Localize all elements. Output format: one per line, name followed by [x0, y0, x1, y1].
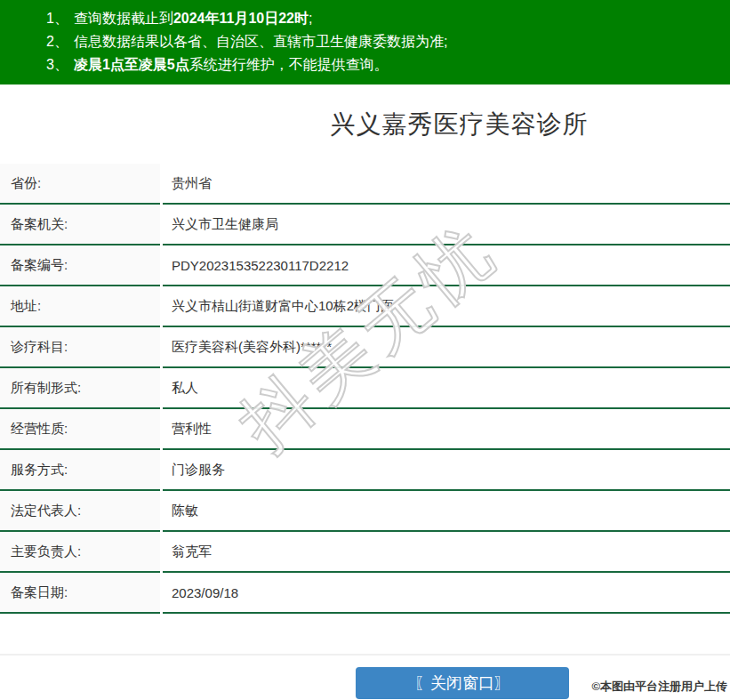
page-title: 兴义嘉秀医疗美容诊所 [331, 108, 589, 141]
table-row: 备案编号: PDY202315352230117D2212 [0, 245, 730, 286]
table-row: 法定代表人: 陈敏 [0, 491, 730, 532]
title-area: 兴义嘉秀医疗美容诊所 [0, 84, 730, 164]
close-window-button[interactable]: 〖关闭窗口〗 [356, 667, 569, 699]
notice-text-bold: 凌晨1点至凌晨5点 [74, 57, 189, 72]
table-row: 备案日期: 2023/09/18 [0, 573, 730, 614]
row-label: 法定代表人: [0, 491, 160, 532]
row-label: 诊疗科目: [0, 327, 160, 368]
row-value: 兴义市卫生健康局 [163, 205, 730, 245]
notice-line-2: 2、信息数据结果以各省、自治区、直辖市卫生健康委数据为准; [46, 30, 721, 53]
table-row: 备案机关: 兴义市卫生健康局 [0, 205, 730, 245]
notice-text: ; [309, 11, 312, 26]
row-value: 贵州省 [163, 164, 730, 205]
table-row: 诊疗科目: 医疗美容科(美容外科)****** [0, 327, 730, 368]
table-row: 经营性质: 营利性 [0, 409, 730, 450]
row-value: 门诊服务 [163, 450, 730, 491]
table-row: 所有制形式: 私人 [0, 368, 730, 409]
notice-banner: 1、查询数据截止到2024年11月10日22时; 2、信息数据结果以各省、自治区… [0, 0, 730, 84]
row-value: PDY202315352230117D2212 [163, 245, 730, 286]
table-row: 省份: 贵州省 [0, 164, 730, 205]
row-value: 兴义市桔山街道财富中心10栋2楼门面 [163, 286, 730, 327]
row-label: 地址: [0, 286, 160, 327]
notice-text: 信息数据结果以各省、自治区、直辖市卫生健康委数据为准; [74, 34, 447, 49]
notice-number: 3、 [46, 57, 68, 72]
notice-text-bold: 2024年11月10日22时 [173, 11, 309, 26]
footer-divider [0, 654, 730, 656]
row-value: 私人 [163, 368, 730, 409]
notice-line-1: 1、查询数据截止到2024年11月10日22时; [46, 7, 721, 30]
table-row: 服务方式: 门诊服务 [0, 450, 730, 491]
table-row: 主要负责人: 翁克军 [0, 532, 730, 573]
notice-line-3: 3、凌晨1点至凌晨5点系统进行维护，不能提供查询。 [46, 53, 721, 76]
row-label: 备案日期: [0, 573, 160, 614]
notice-text: 查询数据截止到 [74, 11, 173, 26]
row-label: 服务方式: [0, 450, 160, 491]
notice-text: 系统进行维护，不能提供查询。 [189, 57, 389, 72]
row-label: 经营性质: [0, 409, 160, 450]
notice-number: 2、 [46, 34, 68, 49]
row-value: 医疗美容科(美容外科)****** [163, 327, 730, 368]
table-row: 地址: 兴义市桔山街道财富中心10栋2楼门面 [0, 286, 730, 327]
notice-number: 1、 [46, 11, 68, 26]
row-value: 营利性 [163, 409, 730, 450]
row-value: 陈敏 [163, 491, 730, 532]
uploader-note: ©本图由平台注册用户上传 [591, 679, 727, 695]
row-label: 省份: [0, 164, 160, 205]
row-label: 所有制形式: [0, 368, 160, 409]
row-value: 2023/09/18 [163, 573, 730, 614]
row-value: 翁克军 [163, 532, 730, 573]
clinic-info-table: 省份: 贵州省 备案机关: 兴义市卫生健康局 备案编号: PDY20231535… [0, 164, 730, 614]
row-label: 备案机关: [0, 205, 160, 245]
row-label: 备案编号: [0, 245, 160, 286]
row-label: 主要负责人: [0, 532, 160, 573]
